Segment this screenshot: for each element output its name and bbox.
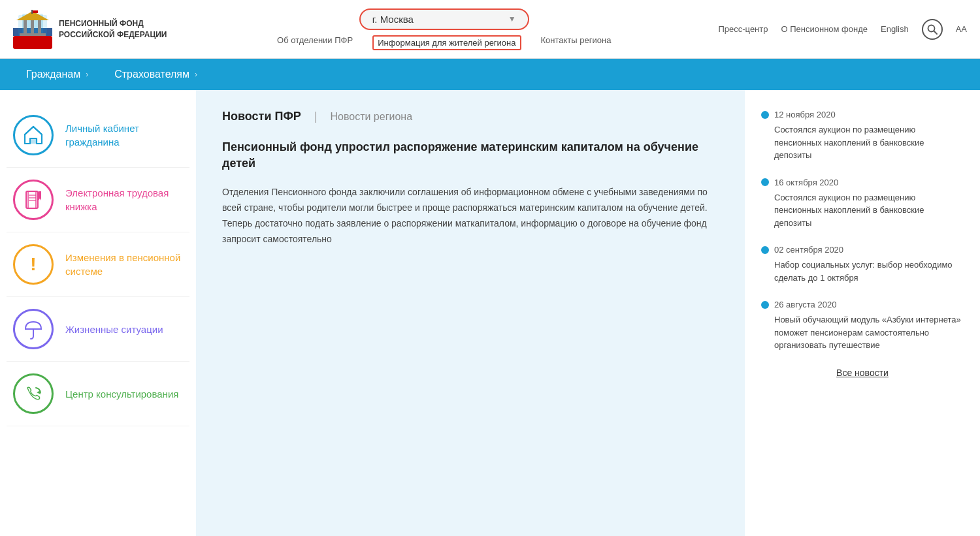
- nav-item-citizens[interactable]: Гражданам ›: [13, 59, 101, 90]
- header-nav-links: Об отделении ПФР Информация для жителей …: [277, 35, 611, 50]
- news-dot-3: [761, 246, 769, 254]
- search-icon: [927, 24, 938, 35]
- svg-rect-9: [31, 10, 33, 14]
- svg-rect-0: [13, 36, 52, 49]
- svg-rect-14: [31, 138, 36, 144]
- tab-region-news[interactable]: Новости региона: [330, 111, 412, 123]
- chevron-down-icon: ▼: [508, 14, 516, 24]
- press-center-link[interactable]: Пресс-центр: [718, 24, 768, 34]
- header: ПЕНСИОННЫЙ ФОНД РОССИЙСКОЙ ФЕДЕРАЦИИ г. …: [0, 0, 980, 59]
- nav-citizens-label: Гражданам: [26, 69, 80, 80]
- about-fund-link[interactable]: О Пенсионном фонде: [781, 24, 868, 34]
- font-size-button[interactable]: АА: [956, 24, 967, 34]
- news-headline-4[interactable]: Новый обучающий модуль «Азбуки интернета…: [761, 313, 964, 352]
- svg-rect-5: [24, 20, 27, 35]
- nav-insurers-arrow: ›: [195, 70, 197, 79]
- sidebar-item-pension-changes[interactable]: ! Изменения в пенсионной системе: [7, 232, 189, 297]
- main-nav: Гражданам › Страхователям ›: [0, 59, 980, 90]
- svg-rect-8: [20, 33, 46, 36]
- exclamation-icon: !: [13, 244, 54, 285]
- news-tabs: Новости ПФР | Новости региона: [222, 110, 719, 123]
- sidebar-item-label: Центр консультирования: [65, 387, 178, 401]
- sidebar-item-work-book[interactable]: Электронная трудовая книжка: [7, 168, 189, 232]
- news-headline-1[interactable]: Состоялся аукцион по размещению пенсионн…: [761, 123, 964, 162]
- tab-divider: |: [314, 110, 318, 123]
- news-date-3: 02 сентября 2020: [761, 245, 964, 255]
- news-item-3: 02 сентября 2020 Набор социальных услуг:…: [761, 245, 964, 284]
- news-item-2: 16 октября 2020 Состоялся аукцион по раз…: [761, 178, 964, 230]
- phone-icon: [13, 373, 54, 414]
- svg-rect-6: [31, 20, 34, 35]
- news-dot-1: [761, 111, 769, 119]
- svg-text:!: !: [30, 254, 36, 274]
- svg-rect-10: [33, 10, 38, 13]
- svg-line-15: [25, 127, 33, 134]
- svg-rect-18: [28, 191, 36, 208]
- sidebar-item-personal-cabinet[interactable]: Личный кабинет гражданина: [7, 103, 189, 168]
- nav-item-insurers[interactable]: Страхователям ›: [101, 59, 210, 90]
- sidebar-item-life-situations[interactable]: Жизненные ситуации: [7, 297, 189, 362]
- news-item-1: 12 ноября 2020 Состоялся аукцион по разм…: [761, 110, 964, 162]
- sidebar-item-label: Жизненные ситуации: [65, 323, 163, 336]
- right-panel: 12 ноября 2020 Состоялся аукцион по разм…: [745, 90, 980, 536]
- header-center: г. Москва ▼ Об отделении ПФР Информация …: [170, 8, 718, 50]
- svg-rect-7: [38, 20, 41, 35]
- main-content: Новости ПФР | Новости региона Пенсионный…: [196, 90, 745, 536]
- news-item-4: 26 августа 2020 Новый обучающий модуль «…: [761, 300, 964, 352]
- umbrella-icon: [13, 309, 54, 349]
- header-right: Пресс-центр О Пенсионном фонде English А…: [718, 19, 967, 40]
- svg-marker-22: [39, 191, 41, 200]
- sidebar-item-label: Электронная трудовая книжка: [65, 186, 183, 213]
- logo-text: ПЕНСИОННЫЙ ФОНД РОССИЙСКОЙ ФЕДЕРАЦИИ: [59, 18, 167, 40]
- news-dot-4: [761, 301, 769, 309]
- search-button[interactable]: [922, 19, 943, 40]
- news-date-2: 16 октября 2020: [761, 178, 964, 187]
- news-date-4: 26 августа 2020: [761, 300, 964, 309]
- region-label: г. Москва: [372, 14, 414, 25]
- sidebar-item-consulting[interactable]: Центр консультирования: [7, 362, 189, 426]
- nav-link-contacts[interactable]: Контакты региона: [541, 35, 612, 50]
- logo-icon: [13, 10, 52, 49]
- book-icon: [13, 180, 54, 220]
- news-dot-2: [761, 178, 769, 186]
- sidebar: Личный кабинет гражданина Электронная тр…: [0, 90, 196, 536]
- news-headline-3[interactable]: Набор социальных услуг: выбор необходимо…: [761, 259, 964, 284]
- nav-citizens-arrow: ›: [86, 70, 88, 79]
- svg-line-16: [33, 127, 42, 134]
- sidebar-item-label: Изменения в пенсионной системе: [65, 251, 183, 278]
- svg-marker-25: [37, 390, 41, 394]
- article-body: Отделения Пенсионного фонда заключили со…: [222, 185, 719, 247]
- nav-link-region-info[interactable]: Информация для жителей региона: [372, 35, 521, 50]
- sidebar-item-label: Личный кабинет гражданина: [65, 121, 183, 149]
- nav-insurers-label: Страхователям: [114, 69, 189, 80]
- region-selector[interactable]: г. Москва ▼: [359, 8, 529, 30]
- news-headline-2[interactable]: Состоялся аукцион по размещению пенсионн…: [761, 191, 964, 230]
- nav-link-about[interactable]: Об отделении ПФР: [277, 35, 353, 50]
- logo-area: ПЕНСИОННЫЙ ФОНД РОССИЙСКОЙ ФЕДЕРАЦИИ: [13, 10, 170, 49]
- all-news-section: Все новости: [761, 368, 964, 378]
- tab-pfr-news[interactable]: Новости ПФР: [222, 110, 301, 123]
- svg-line-12: [934, 31, 937, 34]
- english-link[interactable]: English: [881, 24, 909, 34]
- all-news-link[interactable]: Все новости: [836, 368, 889, 378]
- news-date-1: 12 ноября 2020: [761, 110, 964, 119]
- content-area: Личный кабинет гражданина Электронная тр…: [0, 90, 980, 536]
- article-title: Пенсионный фонд упростил распоряжение ма…: [222, 139, 719, 172]
- home-icon: [13, 115, 54, 155]
